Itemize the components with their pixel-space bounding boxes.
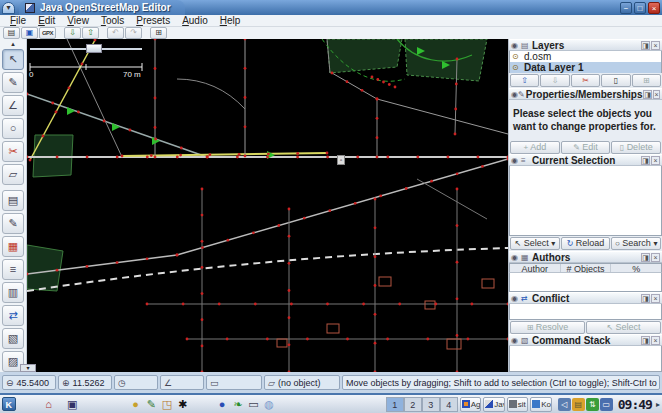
toggle-conflict-button[interactable]: ⇄ xyxy=(2,305,24,326)
services-icon[interactable]: ✱ xyxy=(176,397,190,411)
zoom-tool-button[interactable]: ○ xyxy=(2,118,24,139)
palette-icon[interactable]: ● xyxy=(129,397,143,411)
selection-list[interactable] xyxy=(509,166,662,236)
properties-pin-icon[interactable]: ◨ xyxy=(643,90,652,99)
window-titlebar[interactable]: ▾ Java OpenStreetMap Editor − □ × xyxy=(0,0,662,15)
monitor-icon[interactable]: ▭ xyxy=(247,397,261,411)
close-button[interactable]: × xyxy=(648,2,660,14)
display-settings-icon[interactable]: ▭ xyxy=(600,398,613,411)
menu-help[interactable]: Help xyxy=(214,15,247,26)
layers-collapse-icon[interactable]: ◉ xyxy=(511,41,521,50)
conflict-close-icon[interactable]: × xyxy=(651,294,660,303)
plant-icon[interactable]: ❧ xyxy=(231,397,245,411)
search-button[interactable]: ○ Search ▾ xyxy=(611,237,661,250)
delete-button[interactable]: ▯ Delete xyxy=(611,141,661,154)
menu-file[interactable]: File xyxy=(4,15,32,26)
menu-tools[interactable]: Tools xyxy=(95,15,130,26)
desktop-access-icon[interactable]: ▣ xyxy=(65,397,79,411)
authors-pin-icon[interactable]: ◨ xyxy=(641,253,650,262)
layers-pin-icon[interactable]: ◨ xyxy=(641,41,650,50)
volume-icon[interactable]: ◁ xyxy=(558,398,571,411)
authors-close-icon[interactable]: × xyxy=(651,253,660,262)
menu-audio[interactable]: Audio xyxy=(176,15,214,26)
authors-col-author[interactable]: Author xyxy=(510,264,561,272)
delete-tool-button[interactable]: ✂ xyxy=(2,141,24,162)
layer-down-button[interactable]: ⇩ xyxy=(540,74,569,87)
conflict-select-button[interactable]: ↖ Select xyxy=(586,321,661,334)
toggle-commands-button[interactable]: ▧ xyxy=(2,328,24,349)
layer-row-data-layer-1[interactable]: ⊙ Data Layer 1 xyxy=(510,62,661,73)
properties-close-icon[interactable]: × xyxy=(653,90,660,99)
command-stack-collapse-icon[interactable]: ◉ xyxy=(511,336,521,345)
taskbar-window-ko[interactable]: Ko xyxy=(530,397,552,412)
command-stack-pin-icon[interactable]: ◨ xyxy=(641,336,650,345)
selection-close-icon[interactable]: × xyxy=(651,156,660,165)
undo-button[interactable]: ↶ xyxy=(107,27,124,39)
maximize-button[interactable]: □ xyxy=(634,2,646,14)
layer-delete-button[interactable]: ▯ xyxy=(601,74,630,87)
layer-duplicate-button[interactable]: ⊞ xyxy=(632,74,661,87)
toggle-properties-button[interactable]: ✎ xyxy=(2,213,24,234)
draw-tool-button[interactable]: ✎ xyxy=(2,72,24,93)
select-button[interactable]: ↖ Select ▾ xyxy=(510,237,560,250)
download-button[interactable]: ⇩ xyxy=(64,27,81,39)
system-menu-button[interactable]: ▾ xyxy=(2,2,15,14)
authors-col-objects[interactable]: # Objects xyxy=(561,264,612,272)
toggle-layers-button[interactable]: ▤ xyxy=(2,190,24,211)
layer-row-dosm[interactable]: ⊙ d.osm xyxy=(510,51,661,62)
reload-button[interactable]: ↻ Reload xyxy=(561,237,611,250)
menu-edit[interactable]: Edit xyxy=(32,15,61,26)
conflict-collapse-icon[interactable]: ◉ xyxy=(511,294,521,303)
export-gpx-button[interactable]: GPX xyxy=(39,27,56,39)
home-icon[interactable]: ⌂ xyxy=(42,397,56,411)
preferences-button[interactable]: ⊞ xyxy=(150,27,167,39)
toolbar-scroll-down-icon[interactable]: ▾ xyxy=(20,364,36,372)
trash-glass-icon[interactable]: ◍ xyxy=(262,397,276,411)
conflict-pin-icon[interactable]: ◨ xyxy=(641,294,650,303)
kmenu-button[interactable]: K xyxy=(2,397,16,411)
file-manager-icon[interactable]: ◳ xyxy=(160,397,174,411)
minimize-button[interactable]: − xyxy=(620,2,632,14)
redo-button[interactable]: ↷ xyxy=(125,27,142,39)
taskbar-window-agg[interactable]: Agg xyxy=(460,397,482,412)
save-button[interactable]: ▣ xyxy=(21,27,38,39)
panel-expand-icon[interactable]: ▸ xyxy=(656,400,660,409)
pencil-app-icon[interactable]: ✎ xyxy=(145,397,159,411)
resolve-button[interactable]: ⊞ Resolve xyxy=(510,321,585,334)
toggle-history-button[interactable]: ▥ xyxy=(2,282,24,303)
properties-collapse-icon[interactable]: ◉ xyxy=(511,90,518,99)
open-button[interactable]: ▤ xyxy=(3,27,20,39)
selection-pin-icon[interactable]: ◨ xyxy=(641,156,650,165)
layers-close-icon[interactable]: × xyxy=(651,41,660,50)
network-monitor-icon[interactable]: ⇅ xyxy=(586,398,599,411)
upload-button[interactable]: ⇧ xyxy=(82,27,99,39)
toggle-authors-button[interactable]: ▦ xyxy=(2,236,24,257)
measure-tool-button[interactable]: ∠ xyxy=(2,95,24,116)
selection-collapse-icon[interactable]: ◉ xyxy=(511,156,521,165)
command-stack-close-icon[interactable]: × xyxy=(651,336,660,345)
layer-visible-icon[interactable]: ⊙ xyxy=(512,63,524,72)
extrude-tool-button[interactable]: ▱ xyxy=(2,164,24,185)
layer-up-button[interactable]: ⇧ xyxy=(510,74,539,87)
pager-desktop-1[interactable]: 1 xyxy=(386,397,404,412)
pager-desktop-4[interactable]: 4 xyxy=(440,397,458,412)
edit-button[interactable]: ✎ Edit xyxy=(561,141,611,154)
pager-desktop-3[interactable]: 3 xyxy=(422,397,440,412)
authors-collapse-icon[interactable]: ◉ xyxy=(511,253,521,262)
select-tool-button[interactable]: ↖ xyxy=(2,49,24,70)
authors-col-percent[interactable]: % xyxy=(611,264,661,272)
menu-presets[interactable]: Presets xyxy=(130,15,176,26)
map-canvas[interactable]: 0 70 m ▫ xyxy=(27,39,508,372)
layer-visible-icon[interactable]: ⊙ xyxy=(512,52,524,61)
taskbar-window-sit[interactable]: sit xyxy=(507,397,529,412)
globe-icon[interactable]: ● xyxy=(215,397,229,411)
taskbar-clock[interactable]: 09:49 xyxy=(618,397,652,412)
pager-desktop-2[interactable]: 2 xyxy=(404,397,422,412)
map-zoom-slider[interactable] xyxy=(30,44,142,54)
menu-view[interactable]: View xyxy=(61,15,95,26)
klipper-icon[interactable]: ▤ xyxy=(572,398,585,411)
taskbar-window-jav[interactable]: Jav xyxy=(483,397,505,412)
layer-merge-button[interactable]: ✂ xyxy=(571,74,600,87)
toolbar-scroll-up-icon[interactable]: ▴ xyxy=(11,40,15,47)
toggle-selection-button[interactable]: ≡ xyxy=(2,259,24,280)
